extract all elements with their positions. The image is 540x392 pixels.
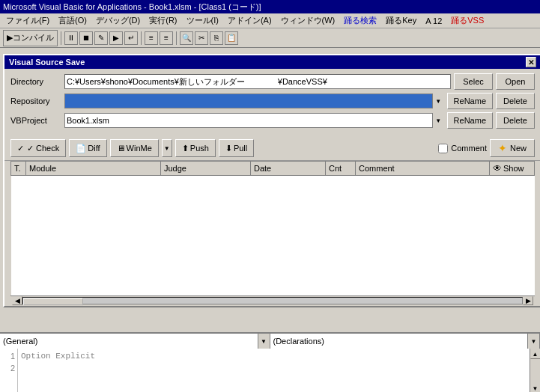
code-toolbar: (General) ▼ (Declarations) ▼ — [0, 334, 540, 349]
repository-select-wrap: ▼ — [64, 94, 444, 108]
col-module: Module — [26, 162, 161, 176]
find-icon[interactable]: 🔍 — [180, 31, 193, 45]
col-cnt: Cnt — [326, 162, 356, 176]
menu-window[interactable]: ウィンドウ(W) — [276, 14, 340, 27]
toolbar-separator-3 — [176, 31, 177, 45]
menu-language[interactable]: 言語(O) — [54, 14, 91, 27]
menu-file[interactable]: ファイル(F) — [1, 14, 54, 27]
scroll-up-arrow[interactable]: ▲ — [530, 349, 541, 359]
code-editor: 1 2 Option Explicit ▲ ▼ — [0, 349, 540, 392]
general-select-wrap: (General) ▼ — [0, 334, 270, 348]
directory-row: Directory Selec Open — [10, 73, 535, 90]
code-content[interactable]: Option Explicit — [18, 349, 530, 392]
winme-button[interactable]: 🖥 WinMe — [110, 139, 159, 157]
vss-table: T. Module Judge Date Cnt Comment 👁 Show — [10, 161, 535, 295]
show-icon: 👁 — [493, 163, 502, 174]
code-line-1: Option Explicit — [21, 350, 527, 362]
scroll-right-arrow[interactable]: ▶ — [523, 296, 533, 305]
vbproject-select-wrap: Book1.xlsm ▼ — [64, 113, 444, 128]
title-bar: Microsoft Visual Basic for Applications … — [0, 0, 540, 13]
menu-run[interactable]: 実行(R) — [145, 14, 181, 27]
menu-search[interactable]: 踊る検索 — [339, 14, 381, 27]
general-select[interactable]: (General) — [0, 334, 270, 349]
toolbar-separator — [61, 31, 61, 45]
edit-icon[interactable]: ✎ — [94, 31, 108, 45]
repository-select[interactable] — [64, 94, 444, 108]
col-date: Date — [251, 162, 326, 176]
push-button[interactable]: ⬆ Push — [175, 139, 216, 157]
rename-button-2[interactable]: ReName — [447, 112, 493, 129]
check-button[interactable]: ✓ ✓ Check — [10, 139, 66, 157]
diff-icon: 📄 — [76, 144, 86, 153]
scroll-down-arrow[interactable]: ▼ — [530, 383, 541, 392]
scrollbar-track[interactable] — [22, 297, 523, 304]
col-type: T. — [11, 162, 26, 176]
directory-label: Directory — [10, 77, 64, 86]
menu-a12[interactable]: A 12 — [421, 16, 446, 26]
pull-icon: ⬇ — [225, 144, 232, 153]
new-button[interactable]: ✦ New — [490, 139, 535, 157]
compile-icon: ▶ — [7, 33, 13, 43]
line-number-1: 1 — [0, 350, 15, 362]
directory-input[interactable] — [64, 74, 451, 89]
scroll-left-arrow[interactable]: ◀ — [12, 296, 22, 305]
new-icon: ✦ — [498, 142, 507, 154]
declarations-select-wrap: (Declarations) ▼ — [270, 334, 541, 348]
rename-button-1[interactable]: ReName — [447, 93, 493, 109]
delete-button-2[interactable]: Delete — [496, 112, 535, 129]
scrollbar-thumb[interactable] — [23, 298, 83, 305]
vss-close-button[interactable]: ✕ — [526, 57, 536, 67]
col-judge: Judge — [161, 162, 251, 176]
horizontal-scrollbar[interactable]: ◀ ▶ — [10, 295, 535, 306]
menu-key[interactable]: 踊るKey — [381, 14, 421, 27]
diff-button[interactable]: 📄 Diff — [69, 139, 106, 157]
pull-button[interactable]: ⬇ Pull — [219, 139, 254, 157]
cut-icon[interactable]: ✂ — [195, 31, 208, 45]
col-comment: Comment — [356, 162, 490, 176]
vbproject-label: VBProject — [10, 116, 64, 125]
menu-addins[interactable]: アドイン(A) — [223, 14, 276, 27]
vss-dialog: Visual Source Save ✕ Directory Selec Ope… — [3, 54, 540, 307]
run-icon[interactable]: ▶ — [109, 31, 123, 45]
selec-button[interactable]: Selec — [454, 73, 493, 90]
outdent-icon[interactable]: ≡ — [160, 31, 173, 45]
toolbar: ▶ コンパイル ⏸ ⏹ ✎ ▶ ↵ ≡ ≡ 🔍 ✂ ⎘ 📋 — [0, 28, 540, 48]
step-icon[interactable]: ↵ — [124, 31, 138, 45]
indent-icon[interactable]: ≡ — [145, 31, 158, 45]
vbproject-row: VBProject Book1.xlsm ▼ ReName Delete — [10, 112, 535, 129]
line-number-2: 2 — [0, 362, 15, 374]
pause-icon[interactable]: ⏸ — [64, 31, 78, 45]
comment-checkbox[interactable] — [438, 144, 448, 153]
winme-dropdown-arrow[interactable]: ▼ — [162, 139, 172, 157]
declarations-select[interactable]: (Declarations) — [270, 334, 540, 349]
toolbar-separator-2 — [141, 31, 142, 45]
winme-icon: 🖥 — [117, 144, 125, 153]
repository-label: Repository — [10, 97, 64, 105]
comment-checkbox-label: Comment — [438, 144, 487, 153]
table-container: T. Module Judge Date Cnt Comment 👁 Show — [10, 161, 535, 295]
push-icon: ⬆ — [182, 144, 189, 153]
action-buttons-row: ✓ ✓ Check 📄 Diff 🖥 WinMe ▼ ⬆ Push ⬇ Pull… — [4, 136, 540, 161]
title-text: Microsoft Visual Basic for Applications … — [3, 1, 261, 13]
delete-button-1[interactable]: Delete — [496, 93, 535, 109]
paste-icon[interactable]: 📋 — [225, 31, 238, 45]
menu-bar: ファイル(F) 言語(O) デバッグ(D) 実行(R) ツール(I) アドイン(… — [0, 13, 540, 28]
check-icon: ✓ — [17, 144, 24, 153]
vss-title-bar: Visual Source Save ✕ — [4, 55, 540, 69]
code-area: (General) ▼ (Declarations) ▼ 1 2 Option … — [0, 332, 540, 392]
menu-tools[interactable]: ツール(I) — [182, 14, 223, 27]
vertical-scrollbar[interactable]: ▲ ▼ — [530, 349, 540, 392]
copy-icon[interactable]: ⎘ — [210, 31, 223, 45]
col-show[interactable]: 👁 Show — [490, 162, 535, 176]
compile-button[interactable]: ▶ コンパイル — [3, 30, 58, 46]
menu-debug[interactable]: デバッグ(D) — [91, 14, 145, 27]
repository-row: Repository ▼ ReName Delete — [10, 93, 535, 109]
line-numbers: 1 2 — [0, 349, 18, 392]
menu-vss[interactable]: 踊るVSS — [446, 14, 488, 27]
vbproject-select[interactable]: Book1.xlsm — [64, 113, 444, 128]
open-button[interactable]: Open — [496, 73, 535, 90]
vss-body: Directory Selec Open Repository ▼ ReName… — [4, 69, 540, 136]
stop-icon[interactable]: ⏹ — [79, 31, 93, 45]
vss-dialog-title: Visual Source Save — [9, 58, 85, 67]
